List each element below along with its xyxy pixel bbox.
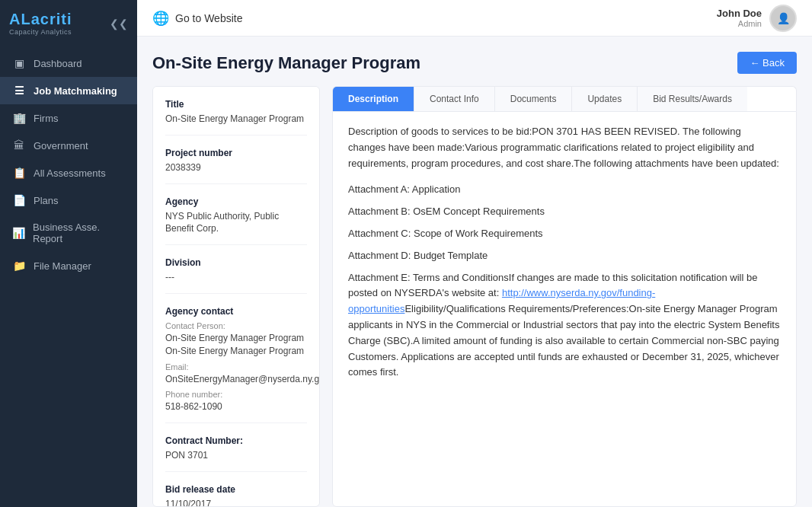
bid-release-date-value: 11/10/2017 <box>165 498 307 507</box>
logo-text: ALacriti Capacity Analytics <box>9 11 72 36</box>
sidebar-item-file-manager[interactable]: 📁 File Manager <box>0 252 137 279</box>
tab-contact-info[interactable]: Contact Info <box>414 87 495 111</box>
tabs: Description Contact Info Documents Updat… <box>332 86 797 111</box>
attachment-b: Attachment B: OsEM Concept Requirements <box>348 204 781 220</box>
title-value: On-Site Energy Manager Program <box>165 113 307 126</box>
field-title: Title On-Site Energy Manager Program <box>165 99 307 136</box>
user-info: John Doe Admin <box>717 8 762 28</box>
tab-documents[interactable]: Documents <box>495 87 573 111</box>
avatar[interactable]: 👤 <box>769 5 797 32</box>
tab-content-description: Description of goods to services to be b… <box>332 111 797 507</box>
attachment-c: Attachment C: Scope of Work Requirements <box>348 226 781 242</box>
page-title: On-Site Energy Manager Program <box>152 53 420 73</box>
phone-label: Phone number: <box>165 390 307 399</box>
logo-sub: Capacity Analytics <box>9 28 72 36</box>
topbar-right: John Doe Admin 👤 <box>717 5 797 32</box>
field-project-number: Project number 2038339 <box>165 148 307 184</box>
field-contract-number: Contract Number: PON 3701 <box>165 435 307 472</box>
title-label: Title <box>165 99 307 110</box>
logo-brand: ALacriti <box>9 11 72 28</box>
content-area: On-Site Energy Manager Program ← Back Ti… <box>137 37 812 507</box>
field-division: Division --- <box>165 257 307 294</box>
government-icon: 🏛 <box>12 139 26 151</box>
tab-bid-results[interactable]: Bid Results/Awards <box>638 87 747 111</box>
tab-updates[interactable]: Updates <box>572 87 638 111</box>
content-body: Title On-Site Energy Manager Program Pro… <box>152 86 797 507</box>
attachment-a: Attachment A: Application <box>348 182 781 198</box>
left-panel: Title On-Site Energy Manager Program Pro… <box>152 86 320 507</box>
sidebar-label-file-manager: File Manager <box>34 260 91 272</box>
tab-description[interactable]: Description <box>333 87 414 111</box>
division-value: --- <box>165 271 307 284</box>
sidebar-nav: ▣ Dashboard ☰ Job Matchmaking 🏢 Firms 🏛 … <box>0 43 137 507</box>
topbar: 🌐 Go to Website John Doe Admin 👤 <box>137 0 812 37</box>
description-suffix-text: Eligibility/Qualifications Requirements/… <box>348 303 779 378</box>
topbar-left: 🌐 Go to Website <box>152 10 242 27</box>
sidebar-item-all-assessments[interactable]: 📋 All Assessments <box>0 159 137 187</box>
plans-icon: 📄 <box>12 194 26 206</box>
project-number-value: 2038339 <box>165 161 307 174</box>
agency-contact-label: Agency contact <box>165 306 307 317</box>
job-matchmaking-icon: ☰ <box>12 84 26 97</box>
phone-value: 518-862-1090 <box>165 400 307 413</box>
sidebar-label-plans: Plans <box>34 195 59 206</box>
field-agency: Agency NYS Public Authority, Public Bene… <box>165 196 307 246</box>
sidebar-item-firms[interactable]: 🏢 Firms <box>0 104 137 132</box>
agency-value: NYS Public Authority, Public Benefit Cor… <box>165 210 307 236</box>
email-value: OnSiteEnergyManager@nyserda.ny.gov <box>165 373 307 386</box>
contract-number-label: Contract Number: <box>165 435 307 446</box>
main-area: 🌐 Go to Website John Doe Admin 👤 On-Site… <box>137 0 812 507</box>
email-label: Email: <box>165 362 307 371</box>
sidebar-label-firms: Firms <box>34 113 59 124</box>
page-header: On-Site Energy Manager Program ← Back <box>152 52 797 74</box>
division-label: Division <box>165 257 307 268</box>
sidebar-item-dashboard[interactable]: ▣ Dashboard <box>0 49 137 77</box>
sidebar-label-job-matchmaking: Job Matchmaking <box>34 85 117 97</box>
file-manager-icon: 📁 <box>12 260 26 272</box>
attachment-d: Attachment D: Budget Template <box>348 248 781 264</box>
contract-number-value: PON 3701 <box>165 449 307 462</box>
project-number-label: Project number <box>165 148 307 158</box>
bid-release-date-label: Bid release date <box>165 484 307 495</box>
user-role: Admin <box>717 19 762 28</box>
right-panel: Description Contact Info Documents Updat… <box>332 86 797 507</box>
sidebar-item-plans[interactable]: 📄 Plans <box>0 187 137 214</box>
assessments-icon: 📋 <box>12 167 26 179</box>
sidebar-item-business-report[interactable]: 📊 Business Asse. Report <box>0 214 137 252</box>
attachment-e-with-link: Attachment E: Terms and ConditionsIf cha… <box>348 270 781 381</box>
dashboard-icon: ▣ <box>12 57 26 69</box>
firms-icon: 🏢 <box>12 112 26 124</box>
back-button[interactable]: ← Back <box>737 52 797 74</box>
business-report-icon: 📊 <box>12 227 25 239</box>
attachment-e-prefix: Attachment E: Terms and Conditions <box>348 272 509 283</box>
sidebar-label-all-assessments: All Assessments <box>34 167 106 179</box>
user-name: John Doe <box>717 8 762 19</box>
sidebar-item-government[interactable]: 🏛 Government <box>0 132 137 159</box>
sidebar-label-government: Government <box>34 140 88 151</box>
contact-person-value: On-Site Energy Manager Program On-Site E… <box>165 332 307 358</box>
sidebar-label-business-report: Business Asse. Report <box>33 222 125 244</box>
globe-icon: 🌐 <box>152 10 169 27</box>
sidebar-collapse-icon[interactable]: ❮❮ <box>110 18 128 30</box>
field-bid-release-date: Bid release date 11/10/2017 <box>165 484 307 507</box>
sidebar-item-job-matchmaking[interactable]: ☰ Job Matchmaking <box>0 77 137 104</box>
sidebar-label-dashboard: Dashboard <box>34 58 82 69</box>
go-to-website-link[interactable]: Go to Website <box>175 12 242 24</box>
field-agency-contact: Agency contact Contact Person: On-Site E… <box>165 306 307 423</box>
sidebar: ALacriti Capacity Analytics ❮❮ ▣ Dashboa… <box>0 0 137 507</box>
description-main-text: Description of goods to services to be b… <box>348 124 781 171</box>
agency-label: Agency <box>165 196 307 207</box>
sidebar-logo: ALacriti Capacity Analytics ❮❮ <box>0 0 137 43</box>
contact-person-label: Contact Person: <box>165 321 307 330</box>
